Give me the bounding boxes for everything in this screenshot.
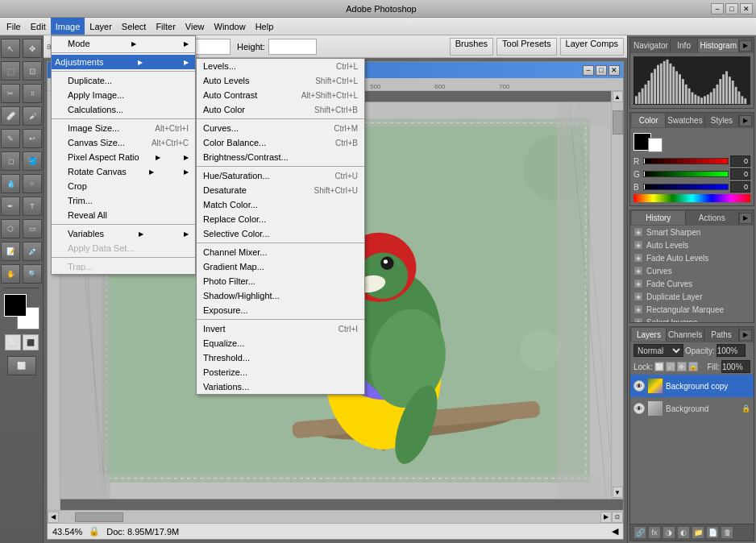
history-item-curves[interactable]: ◈ Curves: [630, 264, 754, 277]
scroll-thumb-h[interactable]: [75, 512, 123, 522]
scroll-left[interactable]: ◀: [48, 512, 59, 523]
tab-paths[interactable]: Paths: [704, 328, 739, 342]
sub-exposure[interactable]: Exposure...: [197, 303, 364, 317]
menu-item-variables[interactable]: Variables ▶: [52, 226, 195, 241]
history-panel-menu[interactable]: ▶: [739, 213, 752, 224]
tool-shape[interactable]: ▭: [23, 219, 42, 238]
layer-eye-bg-copy[interactable]: 👁: [633, 380, 645, 392]
scroll-thumb-v[interactable]: [613, 110, 623, 135]
tool-history-brush[interactable]: ↩: [23, 129, 42, 148]
sub-gradient-map[interactable]: Gradient Map...: [197, 259, 364, 274]
tool-pen[interactable]: ✒: [1, 197, 20, 216]
menu-file[interactable]: File: [2, 18, 26, 35]
layer-mask-btn[interactable]: ◑: [663, 526, 675, 539]
menu-window[interactable]: Window: [210, 18, 251, 35]
fill-input[interactable]: [721, 360, 750, 373]
screen-mode[interactable]: ⬜: [7, 356, 36, 375]
sub-equalize[interactable]: Equalize...: [197, 336, 364, 350]
color-spectrum[interactable]: [633, 194, 750, 202]
tool-brush[interactable]: 🖌: [23, 106, 42, 126]
menu-image[interactable]: Image: [51, 18, 85, 35]
menu-layer[interactable]: Layer: [85, 18, 117, 35]
tool-hand[interactable]: ✋: [1, 264, 20, 284]
menu-item-calculations[interactable]: Calculations...: [52, 102, 195, 117]
history-item-duplicate-layer[interactable]: ◈ Duplicate Layer: [630, 290, 754, 303]
tab-color[interactable]: Color: [632, 114, 666, 127]
blend-mode-select[interactable]: Normal: [633, 344, 683, 357]
menu-filter[interactable]: Filter: [151, 18, 180, 35]
sub-replace-color[interactable]: Replace Color...: [197, 212, 364, 226]
close-button[interactable]: ✕: [740, 3, 753, 15]
tool-zoom[interactable]: 🔍: [23, 264, 42, 284]
tool-crop[interactable]: ✂: [1, 84, 20, 103]
menu-item-adjustments[interactable]: Adjustments ▶: [52, 55, 195, 69]
menu-item-pixel-aspect[interactable]: Pixel Aspect Ratio ▶: [52, 150, 195, 164]
scroll-up[interactable]: ▲: [613, 91, 623, 102]
history-item-smart-sharpen[interactable]: ◈ Smart Sharpen: [630, 226, 754, 238]
canvas-maximize[interactable]: □: [596, 65, 607, 76]
menu-item-apply-image[interactable]: Apply Image...: [52, 88, 195, 102]
sub-channel-mixer[interactable]: Channel Mixer...: [197, 245, 364, 259]
tab-channels[interactable]: Channels: [667, 328, 704, 342]
menu-edit[interactable]: Edit: [26, 18, 51, 35]
tool-move[interactable]: ✥: [23, 39, 42, 58]
tab-history[interactable]: History: [632, 211, 686, 225]
sub-auto-contrast[interactable]: Auto Contrast Alt+Shift+Ctrl+L: [197, 88, 364, 102]
tool-clone[interactable]: ✎: [1, 129, 20, 148]
tool-marquee[interactable]: ⊡: [23, 61, 42, 81]
tool-fill[interactable]: 🪣: [23, 151, 42, 171]
r-slider[interactable]: [643, 158, 729, 164]
b-slider[interactable]: [643, 184, 729, 190]
tab-info[interactable]: Info: [671, 39, 699, 52]
sub-variations[interactable]: Variations...: [197, 379, 364, 394]
foreground-color[interactable]: [4, 294, 27, 317]
lock-all[interactable]: 🔒: [688, 362, 698, 371]
tab-actions[interactable]: Actions: [686, 211, 740, 225]
scroll-right[interactable]: ▶: [600, 512, 612, 523]
menu-item-duplicate[interactable]: Duplicate...: [52, 73, 195, 88]
minimize-button[interactable]: –: [711, 3, 724, 15]
quick-mask-mode[interactable]: ⬛: [23, 334, 39, 350]
tab-histogram[interactable]: Histogram: [698, 39, 739, 52]
tool-path[interactable]: ⬡: [1, 219, 20, 238]
lock-transparent[interactable]: ⬜: [654, 362, 664, 371]
tab-styles[interactable]: Styles: [705, 114, 739, 127]
sub-selective-color[interactable]: Selective Color...: [197, 226, 364, 241]
tool-notes[interactable]: 📝: [1, 242, 20, 261]
sub-color-balance[interactable]: Color Balance... Ctrl+B: [197, 135, 364, 150]
tab-swatches[interactable]: Swatches: [666, 114, 704, 127]
lock-image[interactable]: 🖊: [666, 362, 675, 371]
layer-background[interactable]: 👁 Background 🔒: [630, 397, 754, 420]
menu-item-crop[interactable]: Crop: [52, 179, 195, 193]
canvas-minimize[interactable]: –: [583, 65, 594, 76]
sub-match-color[interactable]: Match Color...: [197, 197, 364, 212]
link-layers-btn[interactable]: 🔗: [633, 526, 646, 539]
sub-shadow-highlight[interactable]: Shadow/Highlight...: [197, 288, 364, 303]
height-input[interactable]: [268, 39, 317, 55]
menu-item-trim[interactable]: Trim...: [52, 193, 195, 208]
opacity-input[interactable]: [717, 344, 746, 357]
sub-threshold[interactable]: Threshold...: [197, 350, 364, 365]
new-group-btn[interactable]: 📁: [692, 526, 704, 539]
layers-panel-menu[interactable]: ▶: [739, 330, 752, 341]
tool-slice[interactable]: ⌗: [23, 84, 42, 103]
sub-auto-levels[interactable]: Auto Levels Shift+Ctrl+L: [197, 73, 364, 88]
layer-effects-btn[interactable]: fx: [648, 526, 661, 539]
sub-curves[interactable]: Curves... Ctrl+M: [197, 121, 364, 135]
history-item-fade-curves[interactable]: ◈ Fade Curves: [630, 277, 754, 290]
sub-brightness-contrast[interactable]: Brightness/Contrast...: [197, 150, 364, 164]
history-item-select-inverse[interactable]: ◈ Select Inverse: [630, 316, 754, 322]
brushes-btn[interactable]: Brushes: [450, 38, 493, 56]
g-value[interactable]: [730, 168, 750, 180]
delete-layer-btn[interactable]: 🗑: [721, 526, 733, 539]
history-item-rect-marquee[interactable]: ◈ Rectangular Marquee: [630, 303, 754, 316]
tool-blur[interactable]: 💧: [1, 174, 20, 193]
tab-navigator[interactable]: Navigator: [632, 39, 671, 52]
menu-select[interactable]: Select: [117, 18, 152, 35]
menu-item-reveal-all[interactable]: Reveal All: [52, 208, 195, 222]
menu-item-rotate-canvas[interactable]: Rotate Canvas ▶: [52, 164, 195, 179]
sub-posterize[interactable]: Posterize...: [197, 365, 364, 379]
standard-mode[interactable]: ⬜: [5, 334, 21, 350]
lock-move[interactable]: ✥: [677, 362, 687, 371]
menu-help[interactable]: Help: [251, 18, 279, 35]
